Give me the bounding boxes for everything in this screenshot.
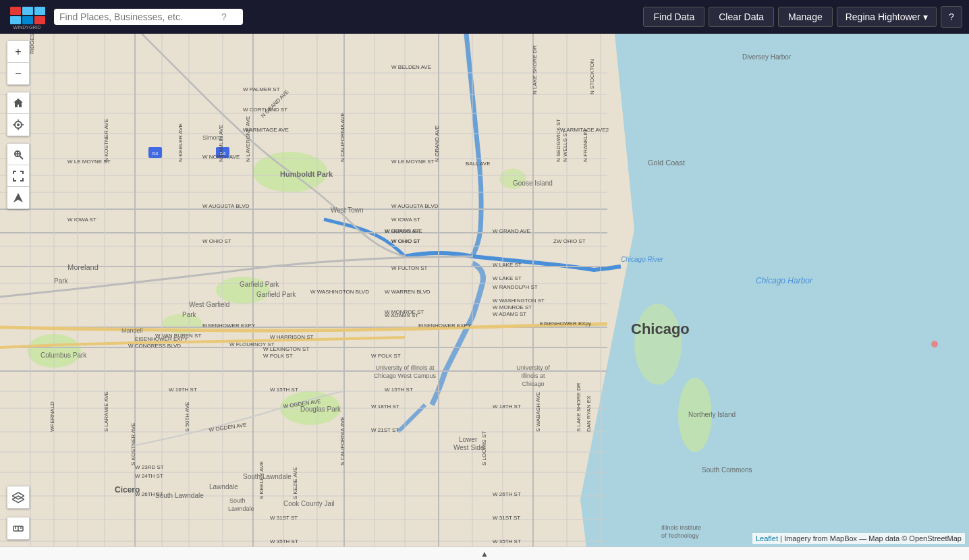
svg-text:W OHIO ST: W OHIO ST: [391, 238, 420, 244]
svg-text:EISENHOWER EXPY: EISENHOWER EXPY: [202, 323, 256, 329]
layers-control: [7, 486, 30, 509]
svg-text:W GRAND AVE: W GRAND AVE: [493, 228, 530, 234]
svg-text:W LAKE ST: W LAKE ST: [493, 262, 522, 268]
svg-text:W ADAMS ST: W ADAMS ST: [493, 311, 526, 317]
svg-text:University of: University of: [516, 364, 550, 371]
svg-text:RIDGESIDE AVE: RIDGESIDE AVE: [29, 34, 35, 54]
help-button[interactable]: ?: [941, 6, 962, 28]
svg-text:W 35TH ST: W 35TH ST: [270, 538, 298, 544]
imagery-text: Imagery from MapBox: [784, 534, 857, 542]
svg-text:64: 64: [153, 150, 159, 157]
svg-text:W RANDOLPH ST: W RANDOLPH ST: [493, 284, 538, 290]
svg-text:Lawndale: Lawndale: [209, 483, 238, 491]
svg-text:Lawndale: Lawndale: [228, 505, 254, 512]
map-area[interactable]: 64 64 W BELDEN AVE W PALMER ST W CORTLAN…: [0, 34, 969, 547]
svg-line-203: [20, 156, 23, 159]
leaflet-link[interactable]: Leaflet: [756, 534, 778, 542]
search-help-icon[interactable]: ?: [221, 11, 227, 22]
svg-text:Douglas Park: Douglas Park: [300, 405, 341, 413]
dropdown-arrow-icon: ▾: [923, 11, 928, 22]
navigate-button[interactable]: [7, 187, 29, 208]
svg-text:W AUGUSTA BLVD: W AUGUSTA BLVD: [202, 203, 250, 209]
svg-text:Lower: Lower: [459, 436, 478, 443]
svg-text:Chicago: Chicago: [522, 381, 544, 387]
svg-text:W 16TH ST: W 16TH ST: [169, 387, 197, 393]
find-data-button[interactable]: Find Data: [643, 7, 704, 27]
user-name-label: Regina Hightower: [846, 11, 920, 22]
svg-point-17: [634, 304, 682, 385]
svg-text:S WABASH AVE: S WABASH AVE: [535, 392, 541, 432]
svg-text:W 31ST ST: W 31ST ST: [270, 515, 298, 521]
svg-text:W 35TH ST: W 35TH ST: [493, 538, 521, 544]
svg-rect-5: [22, 16, 33, 24]
svg-text:Diversey Harbor: Diversey Harbor: [742, 53, 792, 61]
svg-text:W AUGUSTA BLVD: W AUGUSTA BLVD: [391, 203, 439, 209]
map-attribution: Leaflet | Imagery from MapBox — Map data…: [752, 533, 965, 544]
svg-text:W 23RD ST: W 23RD ST: [135, 464, 164, 470]
svg-text:W IOWA ST: W IOWA ST: [391, 217, 420, 223]
panel-toggle-arrow[interactable]: ▲: [480, 549, 489, 559]
map-svg: 64 64 W BELDEN AVE W PALMER ST W CORTLAN…: [0, 34, 969, 547]
svg-text:N HAMLIN AVE: N HAMLIN AVE: [218, 125, 224, 162]
svg-text:University of Illinois at: University of Illinois at: [375, 364, 435, 371]
navbar: WINDYGRID ? Find Data Clear Data Manage …: [0, 0, 969, 34]
svg-text:Simons: Simons: [202, 134, 223, 141]
svg-text:Goose Island: Goose Island: [513, 179, 553, 187]
gps-button[interactable]: [7, 114, 29, 136]
svg-text:Humboldt Park: Humboldt Park: [280, 170, 333, 178]
measure-button[interactable]: [7, 517, 29, 539]
svg-text:W 31ST ST: W 31ST ST: [493, 515, 520, 521]
svg-text:Chicago Harbor: Chicago Harbor: [756, 276, 813, 285]
svg-text:W WASHINGTON BLVD: W WASHINGTON BLVD: [310, 289, 369, 295]
layers-button[interactable]: [7, 486, 29, 508]
zoom-controls: + −: [7, 40, 30, 85]
svg-text:Park: Park: [182, 311, 197, 318]
svg-text:W LE MOYNE ST: W LE MOYNE ST: [391, 159, 435, 165]
svg-text:W FLOURNOY ST: W FLOURNOY ST: [229, 341, 275, 347]
measure-control: [7, 517, 30, 540]
svg-text:W CONGRESS BLVD: W CONGRESS BLVD: [128, 343, 181, 349]
svg-text:Garfield Park: Garfield Park: [240, 281, 279, 288]
search-input[interactable]: [59, 11, 221, 22]
bottom-controls: [7, 486, 30, 540]
svg-text:W WASHINGTON ST: W WASHINGTON ST: [493, 298, 545, 304]
manage-button[interactable]: Manage: [778, 7, 833, 27]
svg-text:W VAN BUREN ST: W VAN BUREN ST: [155, 333, 201, 339]
svg-marker-9: [580, 34, 969, 547]
svg-text:S 50TH AVE: S 50TH AVE: [184, 402, 190, 432]
svg-rect-2: [22, 7, 33, 15]
svg-text:W FULTON ST: W FULTON ST: [391, 265, 428, 271]
fullscreen-button[interactable]: [7, 165, 29, 187]
user-menu-button[interactable]: Regina Hightower ▾: [837, 7, 937, 27]
svg-text:ZW OHIO ST: ZW OHIO ST: [553, 238, 586, 244]
svg-text:WINDYGRID: WINDYGRID: [13, 25, 41, 30]
zoom-out-button[interactable]: −: [7, 63, 29, 84]
svg-text:Illinois Institute: Illinois Institute: [661, 524, 701, 531]
home-button[interactable]: [7, 92, 29, 114]
svg-text:N KOSTNER AVE: N KOSTNER AVE: [103, 119, 109, 162]
svg-text:W ADAMS ST: W ADAMS ST: [385, 312, 418, 318]
clear-data-button[interactable]: Clear Data: [709, 7, 774, 27]
svg-text:W 15TH ST: W 15TH ST: [270, 387, 298, 393]
svg-text:N KEELER AVE: N KEELER AVE: [177, 123, 184, 162]
svg-text:S CALIFORNIA AVE: S CALIFORNIA AVE: [339, 417, 345, 466]
zoom-rect-button[interactable]: [7, 144, 29, 165]
svg-text:West Garfield: West Garfield: [189, 301, 229, 308]
svg-text:West Side: West Side: [453, 444, 484, 451]
svg-text:Chicago West Campus: Chicago West Campus: [374, 372, 436, 379]
svg-text:S KEZIE AVE: S KEZIE AVE: [292, 467, 298, 499]
svg-text:EISENHOWER EXpy: EISENHOWER EXpy: [540, 320, 591, 327]
svg-text:EISENHOWER EXPY: EISENHOWER EXPY: [418, 323, 472, 329]
svg-text:W 24TH ST: W 24TH ST: [135, 473, 163, 479]
zoom-in-button[interactable]: +: [7, 41, 29, 63]
svg-text:Cicero: Cicero: [115, 485, 140, 495]
svg-text:N LAVERGNE AVE: N LAVERGNE AVE: [245, 116, 251, 162]
svg-text:Cook County Jail: Cook County Jail: [283, 500, 335, 507]
svg-text:N WELLS ST: N WELLS ST: [562, 130, 568, 162]
svg-text:W IOWA ST: W IOWA ST: [67, 217, 96, 223]
svg-text:West Town: West Town: [331, 206, 364, 214]
svg-rect-4: [10, 16, 21, 24]
svg-marker-206: [13, 193, 23, 202]
svg-text:S LAKE SHORE DR: S LAKE SHORE DR: [576, 383, 582, 432]
svg-point-197: [17, 123, 20, 126]
